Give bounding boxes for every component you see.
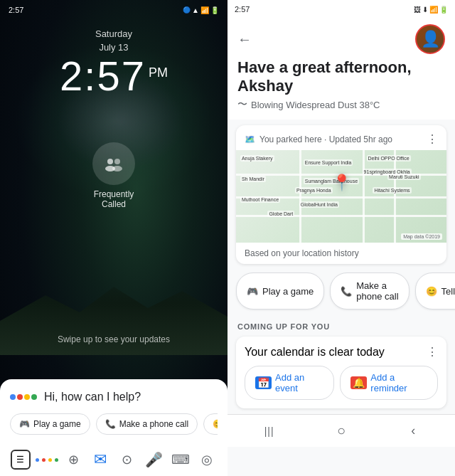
user-avatar[interactable]: 👤 — [415, 24, 445, 54]
smile-icon-right: 😊 — [426, 286, 437, 297]
weather-row: 〜 Blowing Widespread Dust 38°C — [237, 98, 445, 111]
right-nav-home-lines[interactable]: ||| — [257, 418, 282, 444]
left-nav-dots[interactable] — [34, 445, 61, 474]
phone-icon: 📞 — [105, 419, 116, 429]
left-nav-compass[interactable]: ⊕ — [60, 445, 87, 474]
google-assistant-icon — [10, 394, 37, 400]
left-nav-more[interactable]: ◎ — [194, 445, 221, 474]
svg-point-3 — [112, 166, 122, 171]
signal-icon: 📶 — [200, 6, 209, 14]
dot1 — [36, 458, 39, 462]
game-icon: 🎮 — [19, 419, 30, 429]
add-event-button[interactable]: 📅 Add an event — [245, 366, 334, 400]
three-dots-icon — [36, 458, 58, 462]
dot-red — [17, 394, 23, 400]
right-battery-icon: 🔋 — [439, 6, 448, 14]
left-nav-mic[interactable]: 🎤 — [141, 445, 168, 474]
left-datetime: Saturday July 13 2:57 PM — [0, 28, 228, 97]
left-date-day: Saturday — [0, 28, 228, 39]
home-icon: ✉ — [94, 450, 107, 469]
contacts-icon — [102, 152, 125, 175]
map-menu-icon[interactable]: ⋮ — [427, 132, 438, 146]
bluetooth-icon: 🔵 — [183, 6, 191, 14]
left-time-display: 2:57 — [9, 6, 23, 14]
calendar-title-text: Your calendar is clear today — [245, 346, 385, 359]
weather-text: Blowing Widespread Dust 38°C — [251, 100, 380, 110]
left-ampm: PM — [149, 65, 168, 80]
chip-tell-me[interactable]: 😊 Tell me a — [203, 413, 218, 435]
right-header: ← 👤 Have a great afternoon, Akshay 〜 Blo… — [228, 18, 455, 120]
right-panel: 2:57 🖼 ⬇ 📶 🔋 ← 👤 Have a great afternoon,… — [228, 0, 455, 476]
right-status-bar: 2:57 🖼 ⬇ 📶 🔋 — [228, 0, 455, 18]
chip-play-label: Play a game — [33, 419, 81, 429]
search-circle-icon: ⊙ — [122, 452, 132, 467]
parked-here-card: 🗺️ You parked here · Updated 5hr ago ⋮ A… — [236, 125, 446, 264]
left-time: 2:57 — [60, 55, 146, 97]
add-event-label: Add an event — [275, 372, 323, 393]
right-chip-game[interactable]: 🎮 Play a game — [236, 273, 324, 310]
left-nav-bar: ☰ ⊕ ✉ ⊙ 🎤 ⌨ ◎ — [0, 443, 228, 476]
phone-icon-right: 📞 — [341, 286, 352, 297]
chip-phone-call[interactable]: 📞 Make a phone call — [96, 413, 198, 435]
add-reminder-button[interactable]: 🔔 Add a reminder — [340, 366, 438, 400]
calendar-menu-icon[interactable]: ⋮ — [427, 345, 438, 359]
reminder-icon: 🔔 — [350, 376, 367, 389]
right-download-icon: ⬇ — [422, 6, 428, 14]
right-status-icons: 🖼 ⬇ 📶 🔋 — [414, 6, 448, 14]
assistant-greeting-row: Hi, how can I help? — [10, 391, 218, 403]
dot-yellow — [24, 394, 30, 400]
map-label-container: Anuja Stakery Ensure Support India Delhi… — [236, 150, 446, 243]
frequently-called-label: FrequentlyCalled — [94, 189, 134, 209]
calendar-icon: 📅 — [255, 376, 272, 389]
circle-icon: ○ — [337, 423, 346, 439]
frequently-called-icon — [92, 142, 135, 185]
map-card-header-left: 🗺️ You parked here · Updated 5hr ago — [245, 134, 392, 144]
calendar-card-header: Your calendar is clear today ⋮ — [245, 345, 438, 359]
map-label-7: Muthoot Finance — [240, 196, 280, 203]
right-nav-back-arrow[interactable]: ‹ — [400, 418, 426, 444]
map-label-2: Ensure Support India — [304, 159, 353, 166]
lines-icon: ||| — [264, 425, 274, 437]
map-label-11: Hitachi Systems — [373, 187, 411, 194]
left-nav-search[interactable]: ⊙ — [114, 445, 141, 474]
left-nav-keyboard[interactable]: ⌨ — [167, 445, 194, 474]
chip-phone-label: Make a phone call — [119, 419, 188, 429]
battery-indicator: 🔋 — [210, 6, 219, 14]
left-nav-home[interactable]: ✉ — [87, 445, 114, 474]
assistant-sheet: Hi, how can I help? 🎮 Play a game 📞 Make… — [0, 379, 228, 443]
dot2 — [42, 458, 46, 462]
chip-play-game[interactable]: 🎮 Play a game — [10, 413, 90, 435]
smile-icon: 😊 — [213, 419, 218, 429]
map-data-label: Map data ©2019 — [401, 233, 442, 240]
left-panel: 2:57 🔵 ▲ 📶 🔋 Saturday July 13 2:57 PM Fr… — [0, 0, 228, 476]
wind-icon: 〜 — [237, 98, 247, 111]
left-nav-menu[interactable]: ☰ — [7, 445, 34, 474]
map-label-9: GlobalHunt India — [299, 201, 339, 208]
back-button[interactable]: ← — [237, 31, 252, 48]
map-card-header: 🗺️ You parked here · Updated 5hr ago ⋮ — [236, 125, 446, 150]
map-view[interactable]: Anuja Stakery Ensure Support India Delhi… — [236, 150, 446, 243]
right-chip-game-label: Play a game — [262, 286, 314, 297]
menu-icon: ☰ — [11, 450, 31, 470]
calendar-actions: 📅 Add an event 🔔 Add a reminder — [245, 366, 438, 400]
location-pin: 📍 — [332, 174, 351, 192]
right-chip-phone-label: Make aphone call — [356, 280, 398, 302]
map-label-3: Delhi OPPO Office — [367, 155, 411, 162]
map-label-1: Anuja Stakery — [240, 155, 274, 162]
compass-icon: ⊕ — [68, 452, 79, 467]
right-nav-back-circle[interactable]: ○ — [328, 418, 354, 444]
assistant-greeting-text: Hi, how can I help? — [44, 391, 141, 403]
maps-icon: 🗺️ — [245, 134, 255, 144]
mic-icon: 🎤 — [145, 451, 163, 468]
dot3 — [48, 458, 52, 462]
map-label-8: Pragnya Honda — [295, 187, 333, 194]
right-nav-bar: ||| ○ ‹ — [228, 414, 455, 447]
frequently-called-widget[interactable]: FrequentlyCalled — [92, 142, 135, 209]
map-label-10: Globe Dart — [267, 211, 294, 217]
right-chip-tell[interactable]: 😊 Tell m... — [415, 273, 455, 310]
right-chip-tell-label: Tell m... — [441, 286, 455, 297]
map-card-footer: Based on your location history — [236, 243, 446, 264]
avatar-image: 👤 — [421, 30, 440, 48]
dot4 — [55, 458, 58, 462]
right-chip-phone[interactable]: 📞 Make aphone call — [330, 273, 409, 310]
